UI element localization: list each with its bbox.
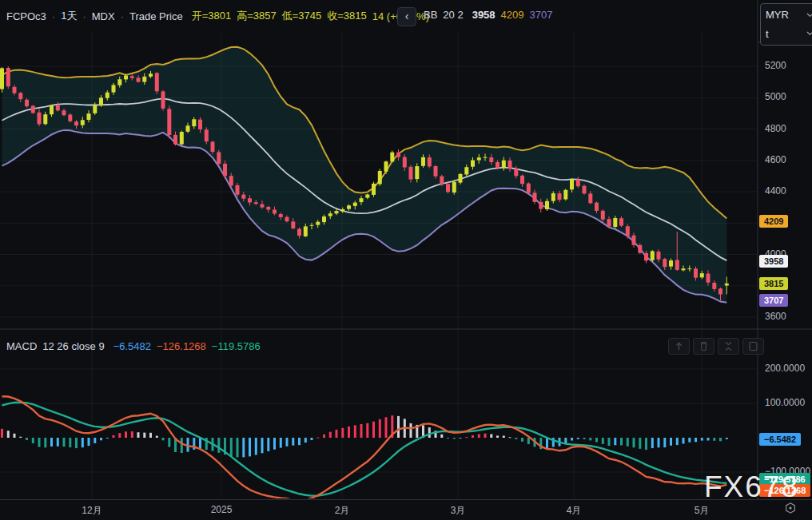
price-badge: 4209 bbox=[759, 215, 788, 228]
time-axis-label: 4月 bbox=[567, 504, 582, 518]
symbol-name: FCPOc3 bbox=[6, 10, 46, 22]
price-tick: 5000 bbox=[765, 91, 786, 102]
arrow-up-icon bbox=[672, 340, 686, 352]
fx678-watermark: FX678 bbox=[704, 470, 799, 504]
chart-canvas[interactable] bbox=[0, 0, 812, 520]
price-tick: 4400 bbox=[765, 185, 786, 196]
move-pane-up-button[interactable] bbox=[668, 338, 690, 355]
bb-name: BB bbox=[424, 9, 437, 21]
currency-value: MYR bbox=[766, 9, 789, 21]
price-type-label: Trade Price bbox=[129, 10, 183, 22]
macd-tick: 100.0000 bbox=[765, 397, 805, 408]
collapse-pane-button[interactable] bbox=[718, 338, 739, 355]
trading-chart-app: { "header": { "symbol": "FCPOc3", "separ… bbox=[0, 0, 812, 520]
macd-layer bbox=[1, 396, 728, 501]
macd-legend: MACD 12 26 close 9 −6.5482 −126.1268 −11… bbox=[6, 340, 261, 352]
time-axis-label: 2025 bbox=[211, 504, 233, 515]
ohlc-open: 开=3801 bbox=[192, 9, 232, 23]
chevron-down-icon bbox=[806, 31, 812, 36]
price-tick: 5200 bbox=[765, 60, 786, 71]
axis-settings-icon[interactable] bbox=[784, 502, 797, 518]
bb-legend: BB 20 2 3958 4209 3707 bbox=[424, 9, 552, 21]
currency-unit-selector: MYR t bbox=[760, 3, 812, 46]
macd-params: 12 26 close 9 bbox=[42, 340, 104, 352]
ohlc-close: 收=3815 bbox=[327, 9, 367, 23]
price-badge: 3958 bbox=[759, 255, 788, 268]
time-axis[interactable]: 12月20252月3月4月5月 bbox=[0, 500, 812, 520]
maximize-pane-button[interactable] bbox=[742, 338, 764, 355]
exchange-label: MDX bbox=[92, 10, 115, 22]
ohlc-high: 高=3857 bbox=[237, 9, 277, 23]
price-badge: 3815 bbox=[759, 277, 788, 290]
legend-collapse-button[interactable]: ‹ bbox=[397, 7, 416, 26]
trash-icon bbox=[697, 340, 710, 352]
chevron-down-icon bbox=[806, 13, 812, 18]
currency-select[interactable]: MYR bbox=[766, 9, 812, 21]
collapse-icon bbox=[722, 340, 735, 352]
price-tick: 4800 bbox=[765, 123, 786, 134]
macd-signal-value: −119.5786 bbox=[212, 340, 261, 352]
price-tick: 3600 bbox=[765, 311, 786, 322]
legend-separator: · bbox=[52, 10, 55, 22]
macd-name: MACD bbox=[6, 340, 37, 352]
time-axis-label: 12月 bbox=[82, 504, 102, 518]
unit-value: t bbox=[766, 28, 769, 40]
unit-select[interactable]: t bbox=[766, 28, 812, 40]
interval-label: 1天 bbox=[61, 9, 77, 23]
delete-pane-button[interactable] bbox=[693, 338, 714, 355]
bb-lower-value: 3707 bbox=[530, 9, 553, 21]
maximize-icon bbox=[746, 340, 760, 352]
bb-basis-value: 3958 bbox=[472, 9, 496, 21]
bollinger-bands-layer bbox=[2, 47, 727, 303]
price-badge: 3707 bbox=[759, 294, 788, 307]
ohlc-low: 低=3745 bbox=[282, 9, 322, 23]
legend-separator: · bbox=[121, 10, 124, 22]
time-axis-label: 5月 bbox=[695, 504, 710, 518]
price-tick: 4600 bbox=[765, 154, 786, 165]
legend-separator: · bbox=[82, 10, 86, 22]
macd-histogram-value: −6.5482 bbox=[113, 340, 151, 352]
bb-upper-value: 4209 bbox=[501, 9, 524, 21]
time-axis-label: 2月 bbox=[335, 504, 350, 518]
macd-badge: −6.5482 bbox=[759, 433, 801, 446]
time-axis-label: 3月 bbox=[451, 504, 466, 518]
symbol-legend: FCPOc3 · 1天 · MDX · Trade Price 开=3801 高… bbox=[6, 9, 429, 23]
macd-pane-controls bbox=[668, 338, 764, 355]
bb-params: 20 2 bbox=[443, 9, 463, 21]
macd-line-value: −126.1268 bbox=[157, 340, 206, 352]
macd-tick: 200.0000 bbox=[765, 363, 805, 374]
